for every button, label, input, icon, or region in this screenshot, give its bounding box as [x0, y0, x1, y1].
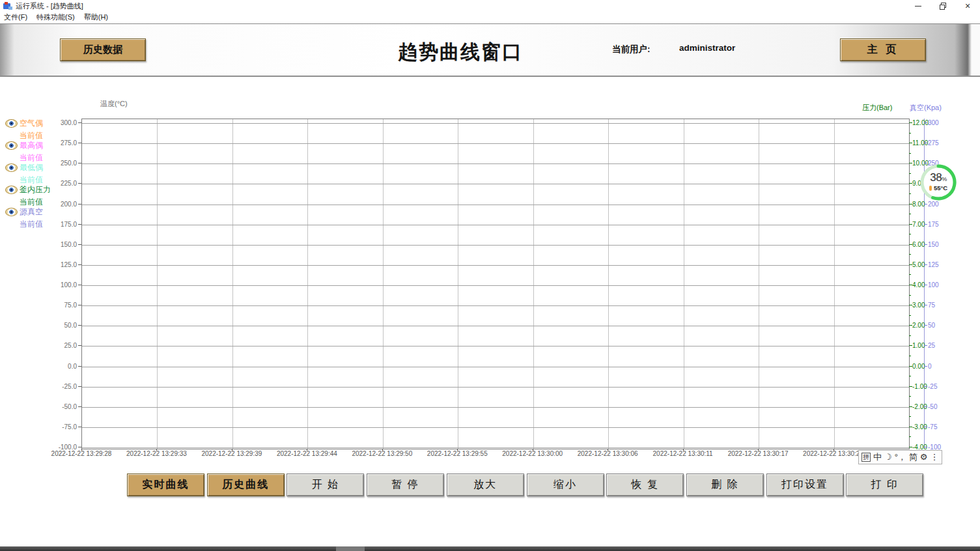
pressure-minor-tick-mark [909, 153, 911, 154]
pressure-tick-mark [909, 406, 912, 407]
pressure-tick-mark [909, 305, 912, 305]
legend-item-name-row: 空气偶 [5, 118, 77, 129]
toolbar-button-4[interactable]: 放大 [447, 473, 524, 496]
vacuum-tick-mark [924, 406, 927, 407]
legend-series-name: 最高偶 [20, 140, 43, 151]
restore-icon[interactable] [931, 0, 955, 12]
eye-icon[interactable] [5, 208, 18, 216]
toolbar-button-6[interactable]: 恢 复 [606, 473, 684, 496]
toolbar-button-2[interactable]: 开 始 [287, 473, 364, 496]
vacuum-tick-mark [924, 143, 927, 143]
vacuum-tick-mark [924, 345, 927, 346]
temperature-tick-mark [78, 224, 81, 225]
vacuum-tick-label: 25 [928, 342, 935, 349]
temperature-axis-title: 温度(°C) [100, 99, 128, 109]
pressure-tick-mark [909, 325, 912, 326]
vacuum-tick-mark [924, 305, 927, 305]
legend-item-3: 釜内压力当前值 [5, 184, 77, 208]
pressure-minor-tick-mark [909, 274, 911, 275]
time-tick-mark [382, 449, 383, 451]
legend-series-name: 空气偶 [20, 118, 43, 129]
vacuum-tick-label: -75 [928, 423, 937, 431]
toolbar-button-9[interactable]: 打 印 [846, 473, 923, 496]
horizontal-gridline [82, 326, 909, 326]
vacuum-axis-title: 真空(Kpa) [910, 103, 942, 113]
toolbar-button-3[interactable]: 暂 停 [367, 473, 444, 496]
pressure-tick-mark [909, 366, 912, 367]
pressure-minor-tick-mark [909, 173, 911, 174]
time-tick-label: 2022-12-22 13:29:44 [277, 450, 337, 457]
temperature-readout: 55°C [919, 184, 957, 191]
eye-icon[interactable] [5, 186, 18, 194]
menu-item-1[interactable]: 特殊功能(S) [33, 12, 80, 22]
toolbar-button-1[interactable]: 历史曲线 [207, 473, 285, 496]
vacuum-tick-label: 75 [928, 302, 935, 309]
legend-item-1: 最高偶当前值 [5, 140, 77, 163]
pressure-minor-tick-mark [909, 416, 911, 417]
ime-item-0[interactable]: 拼 [861, 453, 871, 462]
time-tick-mark [81, 449, 82, 451]
performance-overlay-widget[interactable]: 38% 55°C [919, 163, 957, 201]
pressure-tick-label: 0.00 [912, 363, 925, 370]
menu-bar: 文件(F)特殊功能(S)帮助(H) [0, 12, 980, 22]
time-tick-label: 2022-12-22 13:30:22 [803, 450, 863, 457]
pressure-tick-label: 1.00 [912, 342, 925, 349]
minimize-icon[interactable] [906, 0, 931, 12]
pressure-minor-tick-mark [909, 315, 911, 316]
home-button[interactable]: 主 页 [840, 38, 926, 61]
ime-toolbar[interactable]: 拼中☽°，简⚙⋮ [858, 450, 942, 464]
vacuum-tick-mark [924, 224, 927, 225]
pressure-tick-label: 3.00 [912, 302, 925, 309]
close-icon[interactable]: × [955, 0, 980, 12]
ime-item-6[interactable]: ⋮ [931, 453, 939, 462]
toolbar-button-5[interactable]: 缩小 [527, 473, 604, 496]
menu-item-2[interactable]: 帮助(H) [80, 12, 113, 22]
legend-item-name-row: 最低偶 [5, 162, 77, 173]
pressure-tick-label: 2.00 [912, 322, 925, 329]
temperature-tick-mark [78, 204, 81, 205]
pressure-minor-tick-mark [909, 335, 911, 336]
time-tick-mark [232, 449, 232, 451]
legend-series-name: 源真空 [20, 206, 43, 218]
thermometer-icon [929, 186, 932, 191]
time-tick-mark [758, 449, 759, 451]
vertical-gridline [383, 119, 384, 449]
ime-item-4[interactable]: 简 [909, 453, 917, 462]
ime-item-3[interactable]: °， [895, 453, 906, 462]
toolbar-button-7[interactable]: 删 除 [686, 473, 764, 496]
eye-icon[interactable] [5, 163, 18, 172]
pressure-minor-tick-mark [909, 234, 911, 234]
current-user-value: administrator [679, 43, 735, 53]
pressure-axis-title: 压力(Bar) [862, 103, 892, 113]
legend-item-name-row: 釜内压力 [5, 184, 77, 195]
ime-item-5[interactable]: ⚙ [920, 453, 928, 462]
toolbar-button-8[interactable]: 打印设置 [766, 473, 844, 496]
legend-item-0: 空气偶当前值 [5, 118, 77, 141]
vacuum-tick-mark [924, 447, 927, 447]
pressure-tick-mark [909, 204, 912, 205]
eye-icon[interactable] [5, 119, 18, 128]
temperature-tick-label: 125.0 [36, 261, 77, 268]
horizontal-gridline [82, 205, 909, 205]
pressure-tick-label: 5.00 [912, 261, 925, 268]
pressure-minor-tick-mark [909, 193, 911, 194]
temperature-tick-label: -50.0 [36, 403, 77, 410]
legend-item-2: 最低偶当前值 [5, 162, 77, 186]
time-tick-label: 2022-12-22 13:29:28 [51, 450, 112, 457]
vacuum-tick-mark [924, 386, 927, 387]
ime-item-2[interactable]: ☽ [884, 453, 892, 462]
time-tick-label: 2022-12-22 13:30:11 [653, 450, 713, 457]
ime-item-1[interactable]: 中 [873, 453, 882, 462]
time-tick-label: 2022-12-22 13:29:39 [201, 450, 262, 457]
time-tick-label: 2022-12-22 13:30:00 [502, 450, 563, 457]
legend-item-name-row: 最高偶 [5, 140, 77, 151]
vertical-gridline [307, 119, 308, 449]
time-tick-mark [533, 449, 533, 451]
menu-item-0[interactable]: 文件(F) [0, 12, 33, 22]
eye-icon[interactable] [5, 141, 18, 150]
taskbar-edge[interactable] [0, 546, 980, 551]
horizontal-gridline [82, 184, 909, 184]
horizontal-gridline [82, 407, 909, 408]
time-tick-label: 2022-12-22 13:30:17 [728, 450, 789, 457]
toolbar-button-0[interactable]: 实时曲线 [127, 473, 204, 496]
